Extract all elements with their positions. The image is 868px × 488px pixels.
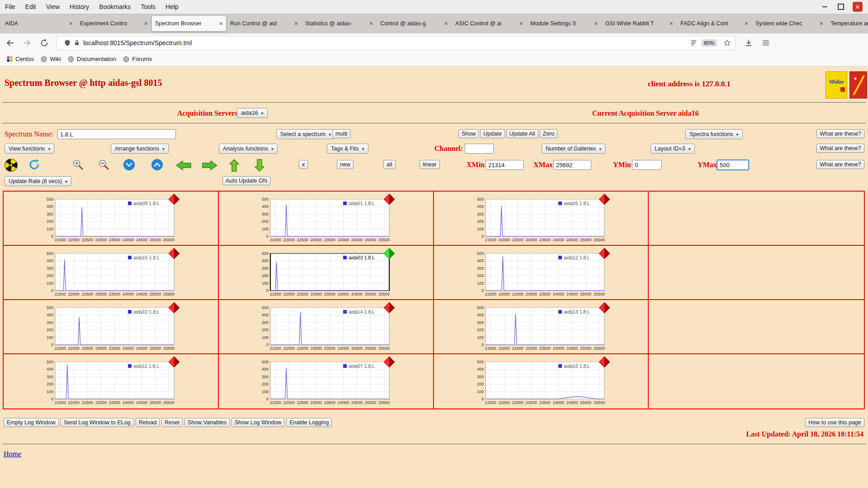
scroll-up-icon[interactable]: [151, 159, 163, 171]
spectrum-aida12-1-8-l[interactable]: 0100200300400500215002200022500230002350…: [469, 248, 611, 299]
tab-module-settings-s[interactable]: Module Settings S×: [527, 16, 601, 31]
new-button[interactable]: new: [337, 160, 354, 169]
update-all-button[interactable]: Update All: [506, 129, 538, 138]
xmax-input[interactable]: [553, 160, 591, 170]
bookmark-centos[interactable]: Centos: [7, 56, 34, 62]
linear-button[interactable]: linear: [420, 160, 440, 169]
spectrum-aida14-1-8-l[interactable]: 0100200300400500215002200022500230002350…: [254, 302, 396, 353]
tab-close-icon[interactable]: ×: [594, 20, 598, 27]
close-window-button[interactable]: ✕: [853, 2, 863, 12]
analysis-functions-select[interactable]: Analysis functions▾: [219, 144, 278, 154]
spectrum-aida05-1-8-l[interactable]: 0100200300400500215002200022500230002350…: [469, 193, 611, 245]
layout-id-select[interactable]: Layout ID=3▾: [651, 144, 695, 154]
spectrum-aida16-1-8-l[interactable]: 0100200300400500215002200022500230002350…: [469, 356, 611, 408]
spectrum-aida07-1-8-l[interactable]: 0100200300400500215002200022500230002350…: [254, 356, 396, 408]
all-button[interactable]: all: [383, 160, 396, 169]
zoom-in-icon[interactable]: [71, 158, 84, 171]
tab-close-icon[interactable]: ×: [820, 20, 823, 27]
tab-close-icon[interactable]: ×: [745, 20, 748, 27]
reset-button[interactable]: Reset: [161, 418, 183, 427]
tab-control-aidas-g[interactable]: Control @ aidas-g×: [377, 16, 451, 31]
back-button[interactable]: [3, 36, 17, 50]
site-security-lock-icon[interactable]: [74, 40, 80, 46]
tab-close-icon[interactable]: ×: [219, 20, 223, 27]
empty-log-window-button[interactable]: Empty Log Window: [4, 418, 59, 427]
tags-fits-select[interactable]: Tags & Fits▾: [327, 144, 368, 154]
arrow-up-icon[interactable]: [229, 159, 240, 172]
shield-icon[interactable]: [64, 39, 71, 47]
bookmark-documentation[interactable]: Documentation: [68, 56, 116, 62]
enable-logging-button[interactable]: Enable Logging: [286, 418, 332, 427]
zoom-out-icon[interactable]: [97, 158, 110, 171]
tab-statistics-aidas[interactable]: Statistics @ aidas-×: [302, 16, 376, 31]
spectrum-aida09-1-8-l[interactable]: 0100200300400500215002200022500230002350…: [39, 193, 181, 245]
maximize-button[interactable]: [836, 2, 845, 11]
update-button[interactable]: Update: [480, 129, 505, 138]
fair-gsi-logo[interactable]: [849, 71, 867, 99]
reload-button[interactable]: Reload: [136, 418, 160, 427]
tab-close-icon[interactable]: ×: [144, 20, 148, 27]
show-button[interactable]: Show: [458, 129, 479, 138]
refresh-spectra-icon[interactable]: [28, 159, 40, 171]
tab-close-icon[interactable]: ×: [69, 20, 73, 27]
menu-view[interactable]: View: [41, 3, 65, 10]
tab-fadc-align-cont[interactable]: FADC Align & Cont×: [677, 16, 751, 31]
forward-button[interactable]: [20, 36, 34, 50]
spectrum-aida13-1-8-l[interactable]: 0100200300400500215002200022500230002350…: [469, 302, 611, 353]
arrow-left-icon[interactable]: [175, 160, 192, 171]
tab-close-icon[interactable]: ×: [294, 20, 298, 27]
midas-logo[interactable]: Midas: [826, 71, 847, 99]
ymax-input[interactable]: [717, 160, 749, 170]
menu-tools[interactable]: Tools: [136, 3, 160, 10]
what-are-these-button-3[interactable]: What are these?: [816, 160, 864, 169]
url-bar[interactable]: localhost:8015/Spectrum/Spectrum.tml 80%: [57, 36, 735, 50]
downloads-button[interactable]: [741, 36, 756, 50]
tab-temperature-and-s[interactable]: Temperature and s×: [827, 16, 868, 31]
tab-aida[interactable]: AIDA×: [2, 16, 76, 31]
tab-close-icon[interactable]: ×: [519, 20, 523, 27]
arrow-right-icon[interactable]: [202, 160, 218, 171]
ymin-input[interactable]: [632, 160, 662, 170]
spectrum-aida15-1-8-l[interactable]: 0100200300400500215002200022500230002350…: [39, 248, 181, 299]
zoom-level-badge[interactable]: 80%: [701, 39, 717, 47]
xmin-input[interactable]: [486, 160, 524, 170]
bookmark-wiki[interactable]: Wiki: [41, 56, 61, 62]
menu-button[interactable]: [759, 36, 773, 50]
menu-history[interactable]: History: [65, 3, 94, 10]
spectrum-name-input[interactable]: [57, 129, 176, 139]
home-link[interactable]: Home: [4, 450, 21, 458]
tab-experiment-contro[interactable]: Experiment Contro×: [77, 16, 151, 31]
spectrum-aida03-1-8-l[interactable]: 0100200300400500215002200022500230002350…: [254, 248, 396, 299]
acquisition-server-select[interactable]: aida16▾: [237, 108, 268, 118]
reader-mode-icon[interactable]: [690, 39, 698, 47]
arrange-functions-select[interactable]: Arrange functions▾: [111, 144, 169, 154]
tab-asic-control-ai[interactable]: ASIC Control @ ai×: [452, 16, 526, 31]
tab-run-control-aid[interactable]: Run Control @ aid×: [227, 16, 301, 31]
show-log-window-button[interactable]: Show Log Window: [231, 418, 285, 427]
spectrum-aida11-1-8-l[interactable]: 0100200300400500215002200022500230002350…: [39, 356, 181, 408]
channel-input[interactable]: [465, 144, 494, 154]
bookmark-star-icon[interactable]: [723, 39, 731, 47]
spectra-functions-select[interactable]: Spectra functions▾: [685, 129, 743, 139]
show-variables-button[interactable]: Show Variables: [184, 418, 230, 427]
spectrum-aida01-1-8-l[interactable]: 0100200300400500215002200022500230002350…: [254, 193, 396, 245]
auto-update-button[interactable]: Auto Update ON: [222, 176, 270, 185]
send-log-window-to-elog-button[interactable]: Send Log Window to ELog: [61, 418, 134, 427]
what-are-these-button-1[interactable]: What are these?: [816, 129, 864, 138]
multi-button[interactable]: multi: [332, 129, 350, 138]
tab-close-icon[interactable]: ×: [670, 20, 673, 27]
scroll-down-icon[interactable]: [123, 159, 135, 171]
select-spectrum-dropdown[interactable]: Select a spectrum▾: [276, 129, 335, 139]
menu-file[interactable]: File: [0, 3, 20, 10]
tab-gsi-white-rabbit-t[interactable]: GSI White Rabbit T×: [602, 16, 676, 31]
view-functions-select[interactable]: View functions▾: [5, 144, 54, 154]
how-to-use-button[interactable]: How to use this page: [805, 418, 864, 427]
radiation-icon[interactable]: [5, 159, 18, 172]
spectrum-aida10-1-8-l[interactable]: 0100200300400500215002200022500230002350…: [39, 302, 181, 353]
number-of-galleries-select[interactable]: Number of Galleries▾: [542, 144, 605, 154]
what-are-these-button-2[interactable]: What are these?: [816, 144, 864, 153]
menu-edit[interactable]: Edit: [20, 3, 41, 10]
update-rate-select[interactable]: Update Rate (8 secs)▾: [5, 176, 71, 186]
bookmark-forums[interactable]: Forums: [123, 56, 152, 62]
zero-button[interactable]: Zero: [540, 129, 558, 138]
